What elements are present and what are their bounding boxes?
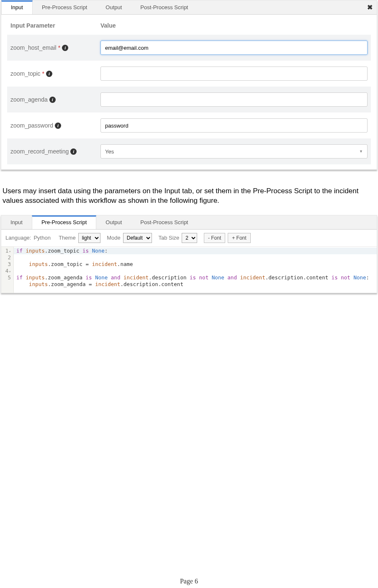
line-gutter: 1 2 3 4 5 [1, 247, 14, 293]
code-lines: if inputs.zoom_topic is None: inputs.zoo… [14, 247, 377, 293]
code-editor[interactable]: 1 2 3 4 5 if inputs.zoom_topic is None: … [1, 247, 377, 293]
tab-postprocess-2[interactable]: Post-Process Script [131, 215, 197, 229]
input-panel: Input Pre-Process Script Output Post-Pro… [1, 0, 377, 170]
theme-select[interactable]: light [78, 233, 100, 243]
header-value: Value [100, 22, 368, 29]
zoom-password-input[interactable] [100, 118, 368, 133]
param-row: zoom_agenda i [7, 87, 371, 112]
param-label: zoom_agenda i [10, 96, 100, 103]
tab-input-2[interactable]: Input [1, 215, 32, 229]
required-marker: * [42, 70, 44, 77]
info-icon[interactable]: i [55, 123, 61, 129]
tab-output-2[interactable]: Output [96, 215, 131, 229]
tab-postprocess[interactable]: Post-Process Script [131, 0, 197, 14]
panel1-tabs: Input Pre-Process Script Output Post-Pro… [1, 0, 377, 15]
header-param: Input Parameter [10, 22, 100, 29]
param-name-text: zoom_topic [10, 70, 41, 77]
param-row: zoom_topic * i [7, 61, 371, 87]
param-row: zoom_record_meeting i Yes ▼ [7, 138, 371, 164]
zoom-host-email-input[interactable] [100, 41, 368, 55]
param-label: zoom_topic * i [10, 70, 100, 77]
param-row: zoom_host_email * i [7, 35, 371, 61]
info-icon[interactable]: i [62, 45, 68, 51]
param-name-text: zoom_password [10, 122, 53, 129]
language-label: Language: [5, 235, 31, 241]
theme-label: Theme [59, 235, 75, 241]
panel2-tabs: Input Pre-Process Script Output Post-Pro… [1, 215, 377, 230]
description-text: Users may insert data using the paramete… [3, 187, 375, 206]
close-icon[interactable]: ✖ [367, 3, 373, 11]
select-value: Yes [105, 148, 114, 155]
required-marker: * [58, 44, 60, 51]
chevron-down-icon: ▼ [359, 149, 363, 153]
font-plus-button[interactable]: + Font [228, 233, 250, 243]
tab-preprocess-2[interactable]: Pre-Process Script [32, 215, 96, 229]
info-icon[interactable]: i [49, 97, 56, 103]
param-name-text: zoom_agenda [10, 96, 48, 103]
script-panel: Input Pre-Process Script Output Post-Pro… [1, 215, 377, 293]
language-value: Python [33, 235, 50, 241]
zoom-agenda-input[interactable] [100, 92, 368, 107]
mode-select[interactable]: Default [123, 233, 152, 243]
param-name-text: zoom_record_meeting [10, 148, 69, 155]
editor-toolbar: Language: Python Theme light Mode Defaul… [1, 230, 377, 247]
tab-output[interactable]: Output [96, 0, 131, 14]
param-row: zoom_password i [7, 112, 371, 138]
tab-input[interactable]: Input [1, 0, 33, 14]
param-table: Input Parameter Value zoom_host_email * … [1, 15, 377, 169]
zoom-record-meeting-select[interactable]: Yes ▼ [100, 144, 368, 159]
mode-label: Mode [107, 235, 121, 241]
param-label: zoom_password i [10, 122, 100, 129]
info-icon[interactable]: i [46, 71, 52, 77]
tab-preprocess[interactable]: Pre-Process Script [33, 0, 96, 14]
font-minus-button[interactable]: - Font [204, 233, 225, 243]
tabsize-select[interactable]: 2 [182, 233, 197, 243]
param-header-row: Input Parameter Value [7, 15, 371, 35]
zoom-topic-input[interactable] [100, 66, 368, 81]
param-label: zoom_host_email * i [10, 44, 100, 51]
info-icon[interactable]: i [70, 148, 77, 155]
param-name-text: zoom_host_email [10, 44, 57, 51]
tabsize-label: Tab Size [158, 235, 179, 241]
param-label: zoom_record_meeting i [10, 148, 100, 155]
page-footer: Page 6 [0, 578, 378, 588]
